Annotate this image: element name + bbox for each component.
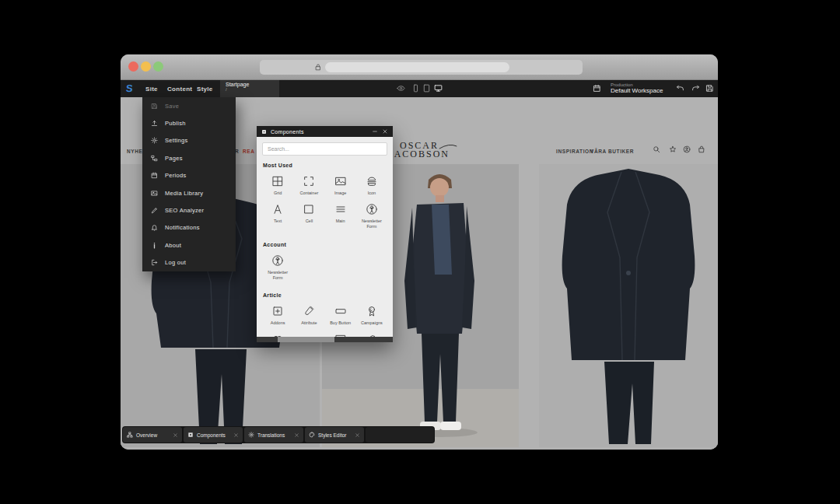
newsletter-form-icon (271, 254, 284, 267)
section-title-account: Account (263, 242, 387, 247)
tab-styles-editor[interactable]: Styles Editor (305, 427, 364, 443)
component-partial[interactable] (356, 327, 387, 337)
workspace-selector[interactable]: Production Default Workspace (611, 82, 663, 94)
product-name[interactable]: ELMER SUIT (527, 449, 561, 450)
component-cell[interactable]: Cell (293, 198, 324, 231)
menu-item-seo-analyzer[interactable]: SEO Analyzer (142, 201, 236, 219)
close-icon[interactable] (294, 432, 299, 438)
component-image[interactable]: Image (325, 170, 356, 198)
tab-overview[interactable]: Overview (123, 427, 182, 443)
browser-window: S Site Content Style Startpage / Product… (121, 54, 718, 450)
menu-item-save[interactable]: Save (142, 97, 236, 114)
page-tab-startpage[interactable]: Startpage / (220, 80, 279, 97)
tab-bar-filler (366, 427, 434, 443)
container-icon (303, 175, 315, 187)
component-campaigns[interactable]: Campaigns (356, 299, 387, 327)
component-attribute[interactable]: Attribute (293, 299, 324, 327)
mobile-view-icon[interactable] (411, 84, 420, 93)
components-icon (187, 432, 194, 438)
component-main[interactable]: Main (325, 198, 356, 231)
component-grid[interactable]: Grid (262, 170, 293, 198)
product-photo-elmer-suit[interactable] (539, 164, 718, 447)
buy-button-icon (334, 305, 347, 317)
logout-icon (151, 259, 158, 266)
menu-style[interactable]: Style (197, 86, 213, 93)
menu-item-about[interactable]: About (142, 236, 236, 254)
periods-calendar-icon[interactable] (593, 84, 601, 93)
gear-icon (248, 432, 254, 438)
component-text[interactable]: Text (262, 198, 293, 231)
desktop-view-icon[interactable] (433, 84, 443, 93)
addons-icon (271, 305, 284, 317)
cms-logo[interactable]: S (125, 82, 133, 94)
close-icon[interactable] (355, 432, 360, 438)
components-panel: Components Most Used Grid Container Imag… (257, 126, 393, 342)
account-icon[interactable] (683, 145, 691, 153)
product-name[interactable]: EDMUND SUIT (127, 449, 166, 450)
component-partial[interactable] (262, 327, 293, 337)
redo-icon[interactable] (691, 84, 700, 93)
logo-swoosh-icon (438, 142, 458, 150)
shopping-bag-icon[interactable] (698, 145, 705, 153)
burger-icon (366, 175, 378, 187)
components-search-input[interactable] (262, 142, 387, 156)
close-icon[interactable] (173, 432, 178, 438)
menu-item-pages[interactable]: Pages (142, 149, 236, 166)
menu-content[interactable]: Content (167, 86, 192, 93)
close-icon[interactable] (233, 432, 239, 438)
search-icon[interactable] (653, 145, 660, 153)
url-bar[interactable] (260, 60, 583, 75)
media-icon (151, 190, 158, 197)
product-name[interactable]: FERRY PATCH SOFT KOSTYM (327, 449, 408, 450)
menu-item-media-library[interactable]: Media Library (142, 184, 236, 201)
component-container[interactable]: Container (293, 170, 324, 198)
components-panel-header[interactable]: Components (257, 126, 393, 137)
panel-scrollbar[interactable] (257, 337, 393, 342)
desktop-background: S Site Content Style Startpage / Product… (0, 0, 840, 504)
components-grid-account: Newsletter Form (262, 249, 387, 282)
close-panel-icon[interactable] (382, 128, 388, 135)
url-field[interactable] (325, 62, 509, 72)
menu-item-settings[interactable]: Settings (142, 132, 236, 149)
save-icon[interactable] (705, 84, 714, 93)
close-window-button[interactable] (128, 61, 138, 72)
info-icon (151, 242, 158, 249)
main-lines-icon (334, 203, 347, 215)
menu-item-periods[interactable]: Periods (142, 167, 236, 184)
component-partial[interactable] (293, 327, 324, 337)
component-newsletter-form[interactable]: Newsletter Form (262, 249, 293, 282)
zoom-window-button[interactable] (153, 61, 163, 72)
favorites-star-icon[interactable] (669, 145, 677, 153)
components-panel-title: Components (271, 129, 368, 135)
component-partial[interactable] (325, 327, 356, 337)
upload-icon (151, 120, 158, 127)
palette-icon (309, 432, 315, 438)
component-newsletter-form[interactable]: Newsletter Form (356, 198, 387, 231)
minimize-panel-icon[interactable] (372, 128, 378, 135)
bottom-tab-bar: Overview Components Translations Styles … (122, 426, 435, 443)
panel-scrollbar-thumb[interactable] (278, 337, 334, 342)
pen-icon (151, 207, 158, 214)
menu-site[interactable]: Site (145, 86, 158, 93)
tablet-view-icon[interactable] (422, 84, 431, 93)
components-grid-article: Addons Attribute Buy Button Campaigns (262, 299, 387, 337)
section-title-most-used: Most Used (263, 163, 387, 168)
page-tab-title: Startpage (226, 82, 279, 87)
menu-item-log-out[interactable]: Log out (142, 254, 236, 271)
calendar-icon (151, 172, 158, 179)
floppy-icon (151, 103, 158, 110)
minimize-window-button[interactable] (141, 61, 151, 72)
tab-translations[interactable]: Translations (244, 427, 303, 443)
newsletter-form-icon (366, 203, 378, 215)
undo-icon[interactable] (676, 84, 684, 93)
tab-components[interactable]: Components (184, 427, 243, 443)
preview-eye-icon[interactable] (397, 84, 405, 93)
site-nav-butiker[interactable]: VÅRA BUTIKER (590, 149, 634, 154)
menu-item-notifications[interactable]: Notifications (142, 219, 236, 236)
menu-item-publish[interactable]: Publish (142, 114, 236, 131)
component-addons[interactable]: Addons (262, 299, 293, 327)
component-buy-button[interactable]: Buy Button (325, 299, 356, 327)
component-icon[interactable]: Icon (356, 170, 387, 198)
site-nav-inspiration[interactable]: INSPIRATION (556, 149, 593, 154)
text-icon (271, 203, 284, 215)
